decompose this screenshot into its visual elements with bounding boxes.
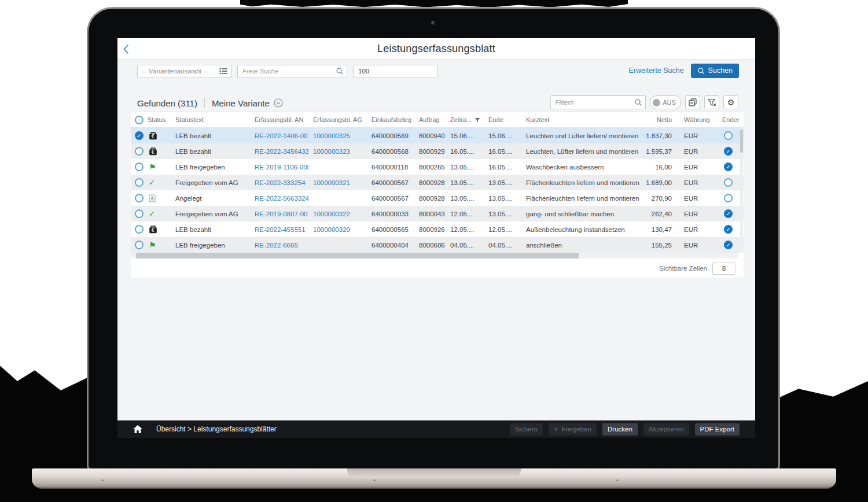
advanced-search-link[interactable]: Erweiterte Suche <box>628 67 683 75</box>
footer-button-freigeben[interactable]: ∨Freigeben <box>549 423 597 435</box>
table-row[interactable]: € ⚑ ✓ LEB bezahlt RE-2022-455551 1000000… <box>131 222 744 237</box>
column-header-ende[interactable]: Ende <box>484 116 521 123</box>
variant-tab[interactable]: Meine Variante <box>212 98 283 108</box>
table-row[interactable]: € ⚑ ✓ LEB bezahlt RE-2022-1406-001 10000… <box>131 128 744 143</box>
footer-button-pdf-export[interactable]: PDF Export <box>695 423 740 435</box>
column-header-status[interactable]: Status <box>146 116 171 123</box>
table-body: € ⚑ ✓ LEB bezahlt RE-2022-1406-001 10000… <box>131 128 744 253</box>
column-header-netto[interactable]: Netto <box>646 116 679 123</box>
footer-button-drucken[interactable]: Drucken <box>602 423 638 435</box>
free-search-input[interactable] <box>237 65 347 78</box>
filter-x-icon <box>708 99 716 106</box>
cell-erfassungsbl-an-link[interactable]: RE-2022-3456433 <box>250 148 308 155</box>
vertical-scrollbar[interactable] <box>740 128 743 253</box>
page-title: Leistungserfassungsblatt <box>117 38 755 60</box>
search-icon <box>697 67 705 75</box>
ender-checkbox[interactable] <box>724 163 733 171</box>
column-header-zeitraum[interactable]: Zeitra... <box>446 116 484 123</box>
cell-waehrung: EUR <box>679 132 713 139</box>
ender-checkbox[interactable] <box>724 131 733 140</box>
column-header-erfassungsbl-an[interactable]: Erfassungsbl. AN <box>250 116 308 123</box>
row-select-checkbox[interactable] <box>135 163 144 171</box>
chevron-down-circle-icon <box>274 98 283 108</box>
copy-to-clipboard-button[interactable] <box>685 95 700 109</box>
ender-checkbox[interactable] <box>724 194 733 202</box>
variant-select[interactable]: -- Variantenauswahl -- <box>137 65 231 78</box>
max-hits-input[interactable] <box>353 65 438 78</box>
cell-erfassungsbl-ag-link[interactable]: 1000000320 <box>308 226 367 233</box>
status-icon-check-green: ✓ <box>149 210 155 217</box>
row-select-checkbox[interactable] <box>135 241 144 249</box>
row-select-checkbox[interactable] <box>135 131 144 140</box>
cell-ende: 15.06.... <box>484 132 521 139</box>
row-select-checkbox[interactable] <box>135 147 144 156</box>
table-row[interactable]: € ⚑ ✓ Freigegeben vom AG RE-2022-333254 … <box>131 175 744 190</box>
cell-erfassungsbl-an-link[interactable]: RE-2019-1106-005 <box>250 164 308 171</box>
table-row[interactable]: € ⚑ ✓ LEB freigegeben RE-2022-6665 64000… <box>131 237 744 253</box>
horizontal-scrollbar[interactable] <box>131 253 738 259</box>
cell-erfassungsbl-an-link[interactable]: RE-2022-455551 <box>250 226 308 233</box>
cell-zeitraum: 15.06.... <box>446 132 484 139</box>
cell-erfassungsbl-an-link[interactable]: RE-2019-0807-001 <box>250 211 308 217</box>
table-row[interactable]: € ⚑ ✓ Freigegeben vom AG RE-2019-0807-00… <box>131 206 744 222</box>
column-header-auftrag[interactable]: Auftrag <box>414 116 446 123</box>
cell-netto: 270,90 <box>646 195 679 202</box>
cell-erfassungsbl-ag-link[interactable]: 1000000325 <box>308 132 367 139</box>
visible-rows-input[interactable] <box>712 263 735 275</box>
column-header-erfassungsbl-ag[interactable]: Erfassungsbl. AG <box>308 116 367 123</box>
home-button[interactable] <box>133 425 142 433</box>
cell-auftrag: 8000940 <box>414 132 446 139</box>
cell-erfassungsbl-ag-link[interactable]: 1000000321 <box>308 179 367 186</box>
cell-einkaufsbeleg: 6400000569 <box>367 132 414 139</box>
cell-einkaufsbeleg: 6400000033 <box>367 211 414 217</box>
horizontal-scrollbar-thumb[interactable] <box>136 253 579 259</box>
footer-button-akzeptieren[interactable]: Akzeptieren <box>643 423 689 435</box>
ender-checkbox[interactable] <box>724 178 733 187</box>
cell-erfassungsbl-an-link[interactable]: RE-2022-1406-001 <box>250 132 308 139</box>
cell-auftrag: 8000928 <box>414 195 446 202</box>
column-header-ender[interactable]: Ender <box>713 116 744 123</box>
cell-statustext: Angelegt <box>171 195 250 202</box>
cell-waehrung: EUR <box>679 195 713 202</box>
select-all-checkbox[interactable] <box>131 116 146 124</box>
ender-checkbox[interactable] <box>724 241 733 249</box>
cell-erfassungsbl-ag-link[interactable]: 1000000323 <box>308 148 367 155</box>
row-select-checkbox[interactable] <box>135 225 144 234</box>
clear-filter-button[interactable] <box>704 95 719 109</box>
cell-erfassungsbl-ag-link[interactable]: 1000000322 <box>308 211 367 217</box>
variant-select-value: -- Variantenauswahl -- <box>142 68 208 75</box>
cell-erfassungsbl-an-link[interactable]: RE-2022-6665 <box>250 242 308 249</box>
table-row[interactable]: € ⚑ ✓ LEB bezahlt RE-2022-3456433 100000… <box>131 143 744 159</box>
filter-input[interactable] <box>550 95 646 109</box>
status-icon-flag-green: ⚑ <box>149 163 156 171</box>
table-row[interactable]: € ⚑ ✓ Angelegt RE-2022-5663324 640000056… <box>131 190 744 206</box>
cell-erfassungsbl-an-link[interactable]: RE-2022-5663324 <box>250 195 308 202</box>
filter-toggle[interactable]: AUS <box>650 95 682 109</box>
cell-statustext: Freigegeben vom AG <box>171 179 250 186</box>
column-header-statustext[interactable]: Statustext <box>171 116 250 123</box>
cell-ende: 12.05.... <box>484 226 521 233</box>
search-button[interactable]: Suchen <box>691 64 739 78</box>
footer-bar: Übersicht > Leistungserfassungsblätter S… <box>117 420 755 438</box>
column-header-einkaufsbeleg[interactable]: Einkaufsbeleg <box>367 116 414 123</box>
column-header-kurztext[interactable]: Kurztext <box>521 116 646 123</box>
settings-button[interactable]: ⚙ <box>723 95 738 109</box>
vertical-scrollbar-thumb[interactable] <box>740 130 743 153</box>
cell-kurztext: Außenbeleuchtung instandsetzen <box>521 226 646 233</box>
status-icon-wallet-euro: € <box>149 147 157 156</box>
row-select-checkbox[interactable] <box>135 178 144 187</box>
row-select-checkbox[interactable] <box>135 209 144 218</box>
row-select-checkbox[interactable] <box>135 194 144 202</box>
cell-auftrag: 8000926 <box>414 226 446 233</box>
divider <box>204 98 205 108</box>
ender-checkbox[interactable] <box>724 147 733 156</box>
ender-checkbox[interactable] <box>724 209 733 218</box>
ender-checkbox[interactable] <box>724 225 733 234</box>
footer-button-sichern[interactable]: Sichern <box>510 423 543 435</box>
table-row[interactable]: € ⚑ ✓ LEB freigegeben RE-2019-1106-005 6… <box>131 159 744 175</box>
cell-erfassungsbl-an-link[interactable]: RE-2022-333254 <box>250 179 308 186</box>
cell-zeitraum: 04.05.... <box>446 242 484 249</box>
cell-auftrag: 8000686 <box>414 242 446 249</box>
column-header-waehrung[interactable]: Währung <box>679 116 713 123</box>
screw-dot <box>101 479 104 481</box>
